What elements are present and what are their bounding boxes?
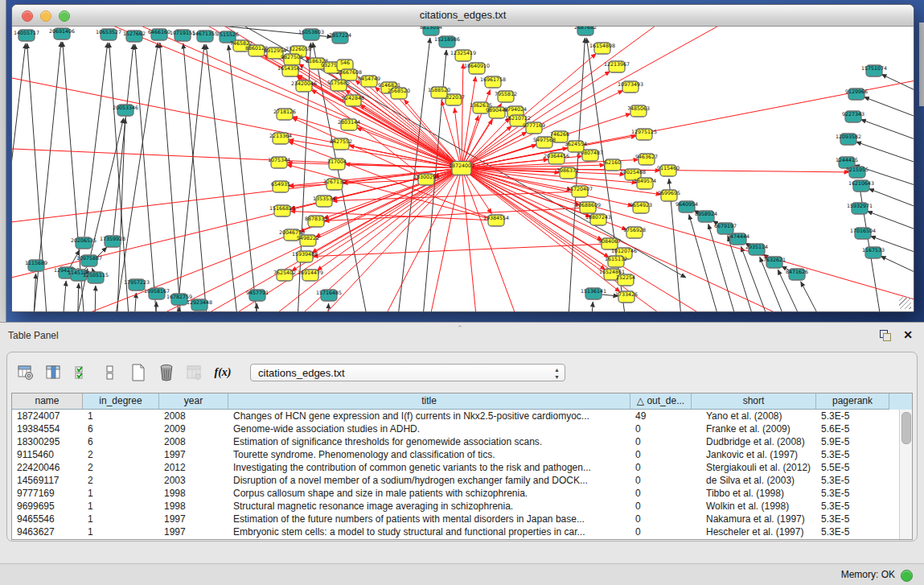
network-graph[interactable]: 1872400714055717206914061065352715276626… [12,27,914,311]
panel-splitter-handle[interactable]: ⌃ [457,324,463,332]
table-row[interactable]: 1456911722003Disruption of a novel membe… [12,474,912,487]
column-visibility-icon[interactable] [72,363,92,383]
table-row[interactable]: 1872400712008Changes of HCN gene express… [12,410,912,422]
table-cell[interactable]: 2003 [159,474,228,487]
table-cell[interactable]: Investigating the contribution of common… [228,461,630,474]
table-cell[interactable]: 2 [83,474,159,487]
network-window-titlebar[interactable]: citations_edges.txt [12,5,914,27]
column-header-2[interactable]: year [159,393,228,410]
graph-edge[interactable] [313,244,603,256]
table-cell[interactable]: 5.3E-5 [816,474,889,487]
column-header-4[interactable]: △ out_de... [630,393,692,410]
graph-edge[interactable] [350,174,458,311]
graph-edge[interactable] [311,90,456,166]
table-cell[interactable]: Nakamura et al. (1997) [692,513,816,525]
table-row[interactable]: 911546021997Tourette syndrome. Phenomeno… [12,448,912,461]
table-cell[interactable]: Estimation of significance thresholds fo… [228,435,630,448]
delete-table-icon[interactable] [156,363,177,383]
table-cell[interactable]: 5.3E-5 [816,410,889,422]
table-source-dropdown[interactable]: citations_edges.txt ▲▼ [250,364,565,381]
graph-edge[interactable] [801,282,848,311]
graph-edge[interactable] [12,147,455,168]
graph-edge[interactable] [183,43,211,311]
graph-edge[interactable] [94,286,96,311]
new-table-icon[interactable] [128,363,149,383]
table-row[interactable]: 2242004622012Investigating the contribut… [12,461,912,474]
table-cell[interactable]: 9465546 [12,513,83,525]
table-cell[interactable]: 9115460 [12,448,83,461]
graph-edge[interactable] [12,43,26,260]
table-row[interactable]: 1830029562008Estimation of significance … [12,435,912,448]
table-cell[interactable]: 5.6E-5 [816,422,889,435]
table-cell[interactable]: 1998 [159,500,228,513]
table-cell[interactable]: Changes of HCN gene expression and I(f) … [228,410,630,422]
graph-edge[interactable] [869,189,914,215]
table-cell[interactable]: Estimation of the future numbers of pati… [228,513,630,525]
table-row[interactable]: 1938455462009Genome-wide association stu… [12,422,912,435]
graph-edge[interactable] [864,97,914,125]
table-cell[interactable]: 2 [83,448,159,461]
table-cell[interactable]: 0 [630,448,692,461]
table-cell[interactable]: 19384554 [12,422,83,435]
table-row[interactable]: 946554611997Estimation of the future num… [12,513,912,525]
window-resize-grip[interactable] [899,297,911,309]
table-cell[interactable]: 5.3E-5 [816,487,889,500]
table-cell[interactable]: 2009 [159,422,228,435]
table-cell[interactable]: 18300295 [12,435,83,448]
table-cell[interactable]: 6 [83,422,159,435]
table-cell[interactable]: Dudbridge et al. (2008) [692,435,816,448]
table-cell[interactable]: 22420046 [12,461,83,474]
table-cell[interactable]: 0 [630,435,692,448]
table-cell[interactable]: de Silva et al. (2003) [692,474,816,487]
table-row[interactable]: 977716911998Corpus callosum shape and si… [12,487,912,500]
graph-edge[interactable] [467,171,816,311]
table-cell[interactable]: 5.3E-5 [816,513,889,525]
graph-edge[interactable] [462,64,463,162]
graph-edge[interactable] [404,100,457,163]
row-height-icon[interactable] [100,363,121,383]
graph-edge[interactable] [881,74,914,101]
close-panel-icon[interactable]: ✕ [903,328,913,341]
table-cell[interactable]: Yano et al. (2008) [692,410,816,422]
table-cell[interactable]: 0 [630,487,692,500]
graph-edge[interactable] [867,212,914,237]
graph-edge[interactable] [76,283,79,311]
table-cell[interactable]: 1997 [159,448,228,461]
float-panel-icon[interactable] [880,330,892,342]
graph-edge[interactable] [326,303,329,311]
column-header-1[interactable]: in_degree [83,393,159,410]
table-cell[interactable]: 1 [83,513,159,525]
table-cell[interactable]: 49 [630,410,692,422]
table-cell[interactable]: 5.9E-5 [816,435,889,448]
table-cell[interactable]: 5.3E-5 [816,448,889,461]
table-cell[interactable]: 5.3E-5 [816,525,889,538]
table-cell[interactable]: Genome-wide association studies in ADHD. [228,422,630,435]
graph-edge[interactable] [59,281,66,311]
table-cell[interactable]: Embryonic stem cells: a model to study s… [228,525,630,538]
table-cell[interactable]: Wolkin et al. (1998) [692,500,816,513]
graph-edge[interactable] [859,180,889,311]
memory-ok-indicator[interactable] [901,570,913,582]
network-canvas[interactable]: 1872400714055717206914061065352715276626… [12,27,914,311]
graph-edge[interactable] [860,119,914,147]
table-cell[interactable]: Corpus callosum shape and size in male p… [228,487,630,500]
graph-edge[interactable] [135,44,161,311]
table-cell[interactable]: Franke et al. (2009) [692,422,816,435]
graph-edge[interactable] [881,256,914,282]
table-row[interactable]: 946362711997Embryonic stem cells: a mode… [12,525,912,538]
table-cell[interactable]: 2012 [159,461,228,474]
table-cell[interactable]: 0 [630,500,692,513]
table-vertical-scrollbar[interactable] [899,410,912,539]
table-cell[interactable]: 18724007 [12,410,83,422]
column-header-3[interactable]: title [228,393,630,410]
column-header-6[interactable]: pagerank [816,393,889,410]
graph-edge[interactable] [588,302,593,311]
table-settings-icon[interactable] [15,363,36,383]
graph-edge[interactable] [171,44,204,311]
table-cell[interactable]: 0 [630,513,692,525]
table-cell[interactable]: Tourette syndrome. Phenomenology and cla… [228,448,630,461]
table-cell[interactable]: 5.5E-5 [816,461,889,474]
table-cell[interactable]: 9777169 [12,487,83,500]
table-cell[interactable]: 1998 [159,487,228,500]
table-cell[interactable]: 0 [630,461,692,474]
